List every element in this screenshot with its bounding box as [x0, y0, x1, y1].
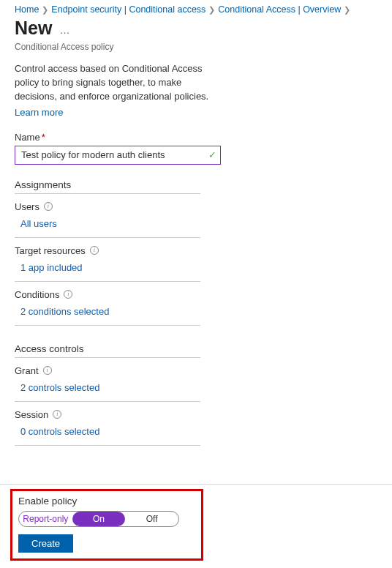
- enable-policy-label: Enable policy: [18, 496, 195, 507]
- chevron-right-icon: ❯: [208, 5, 215, 15]
- breadcrumb-endpoint-security[interactable]: Endpoint security | Conditional access: [51, 4, 206, 15]
- target-resources-link[interactable]: 1 app included: [20, 262, 83, 273]
- enable-policy-region: Enable policy Report-only On Off Create: [10, 489, 203, 561]
- target-resources-label: Target resources: [15, 245, 86, 256]
- intro-text: Control access based on Conditional Acce…: [15, 62, 219, 104]
- info-icon[interactable]: i: [44, 202, 53, 211]
- checkmark-icon: ✓: [208, 149, 216, 160]
- policy-name-input[interactable]: [15, 146, 221, 165]
- item-divider: [15, 401, 200, 402]
- section-divider: [15, 193, 200, 194]
- session-link[interactable]: 0 controls selected: [20, 426, 99, 437]
- session-label: Session: [15, 409, 48, 420]
- info-icon[interactable]: i: [43, 366, 52, 375]
- footer-divider: [0, 484, 392, 485]
- toggle-off[interactable]: Off: [125, 512, 178, 526]
- item-divider: [15, 281, 200, 282]
- users-link[interactable]: All users: [20, 218, 57, 229]
- chevron-right-icon: ❯: [42, 5, 48, 15]
- enable-policy-toggle[interactable]: Report-only On Off: [18, 511, 179, 527]
- breadcrumb-home[interactable]: Home: [15, 4, 39, 15]
- conditions-link[interactable]: 2 conditions selected: [20, 306, 109, 317]
- more-menu-icon[interactable]: …: [59, 24, 70, 36]
- info-icon[interactable]: i: [90, 246, 99, 255]
- chevron-right-icon: ❯: [344, 5, 350, 15]
- page-subtitle: Conditional Access policy: [0, 42, 392, 62]
- grant-link[interactable]: 2 controls selected: [20, 382, 99, 393]
- info-icon[interactable]: i: [53, 410, 61, 419]
- breadcrumb-conditional-access-overview[interactable]: Conditional Access | Overview: [218, 4, 341, 15]
- section-divider: [15, 357, 200, 358]
- users-label: Users: [15, 201, 39, 212]
- access-controls-section-title: Access controls: [15, 343, 377, 354]
- item-divider: [15, 325, 200, 326]
- assignments-section-title: Assignments: [15, 179, 377, 190]
- name-field-label: Name: [15, 132, 40, 143]
- toggle-report-only[interactable]: Report-only: [19, 512, 72, 526]
- item-divider: [15, 237, 200, 238]
- required-indicator: *: [42, 132, 45, 143]
- create-button[interactable]: Create: [18, 534, 73, 553]
- grant-label: Grant: [15, 365, 39, 376]
- info-icon[interactable]: i: [64, 290, 72, 299]
- item-divider: [15, 445, 200, 446]
- conditions-label: Conditions: [15, 289, 59, 300]
- learn-more-link[interactable]: Learn more: [15, 107, 63, 118]
- toggle-on[interactable]: On: [72, 512, 126, 526]
- page-title: New: [15, 18, 52, 39]
- breadcrumb: Home ❯ Endpoint security | Conditional a…: [0, 0, 392, 16]
